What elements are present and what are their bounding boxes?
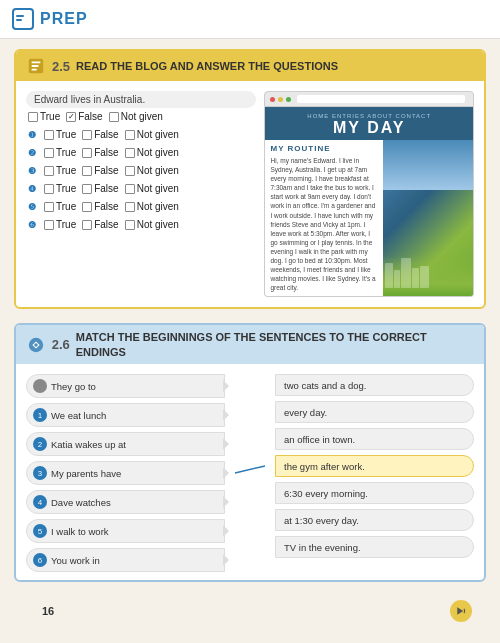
blog-text: Hi, my name's Edward. I live in Sydney, … <box>270 156 378 292</box>
match-text-1: We eat lunch <box>51 410 106 421</box>
matching-container: They go to 1 We eat lunch 2 Katia wakes … <box>26 374 474 572</box>
option-notgiven-0[interactable]: Not given <box>109 111 163 122</box>
browser-close-dot <box>270 97 275 102</box>
option-true-3[interactable]: True <box>44 165 76 176</box>
match-num-1: 1 <box>33 408 47 422</box>
section-26-header: 2.6 MATCH THE BEGINNINGS OF THE SENTENCE… <box>16 325 484 364</box>
svg-marker-10 <box>457 607 463 615</box>
match-right-text-3: the gym after work. <box>284 461 365 472</box>
match-num-2: 2 <box>33 437 47 451</box>
section-25-box: 2.5 READ THE BLOG AND ANSWER THE QUESTIO… <box>14 49 486 309</box>
option-notgiven-2[interactable]: Not given <box>125 147 179 158</box>
section-26-content: They go to 1 We eat lunch 2 Katia wakes … <box>16 364 484 580</box>
building-2 <box>394 270 400 288</box>
match-right-text-4: 6:30 every morning. <box>284 488 368 499</box>
match-left-2[interactable]: 2 Katia wakes up at <box>26 432 225 456</box>
browser-chrome <box>264 91 474 107</box>
option-false-1[interactable]: False <box>82 129 118 140</box>
connector-svg <box>235 374 265 421</box>
option-notgiven-6[interactable]: Not given <box>125 219 179 230</box>
option-false-5[interactable]: False <box>82 201 118 212</box>
option-false-2[interactable]: False <box>82 147 118 158</box>
checkbox-false-0[interactable] <box>66 112 76 122</box>
match-right-3[interactable]: the gym after work. <box>275 455 474 477</box>
match-num-4: 4 <box>33 495 47 509</box>
svg-rect-5 <box>32 65 39 67</box>
match-left-5[interactable]: 5 I walk to work <box>26 519 225 543</box>
book-icon <box>26 56 46 76</box>
svg-rect-0 <box>13 9 33 29</box>
svg-rect-6 <box>32 69 37 71</box>
matching-area: They go to 1 We eat lunch 2 Katia wakes … <box>26 374 474 572</box>
quiz-panel: Edward lives in Australia. True False <box>26 91 256 297</box>
blog-title: MY DAY <box>269 119 469 137</box>
section-26-num: 2.6 <box>52 337 70 352</box>
match-left-0[interactable]: They go to <box>26 374 225 398</box>
option-notgiven-5[interactable]: Not given <box>125 201 179 212</box>
option-false-3[interactable]: False <box>82 165 118 176</box>
option-false-6[interactable]: False <box>82 219 118 230</box>
quiz-options-2: ❷ True False Not given <box>26 147 256 158</box>
match-right-1[interactable]: every day. <box>275 401 474 423</box>
blog-sky <box>383 140 473 190</box>
option-true-2[interactable]: True <box>44 147 76 158</box>
match-right-text-6: TV in the evening. <box>284 542 361 553</box>
svg-rect-2 <box>16 19 22 21</box>
option-notgiven-3[interactable]: Not given <box>125 165 179 176</box>
match-right-text-1: every day. <box>284 407 327 418</box>
blog-image <box>383 140 473 296</box>
match-num-0 <box>33 379 47 393</box>
footer-row: 16 <box>14 596 486 626</box>
puzzle-icon <box>26 335 46 355</box>
quiz-sentence-0: Edward lives in Australia. <box>26 91 256 108</box>
match-right-6[interactable]: TV in the evening. <box>275 536 474 558</box>
option-true-1[interactable]: True <box>44 129 76 140</box>
building-1 <box>385 263 393 288</box>
option-true-0[interactable]: True <box>28 111 60 122</box>
option-label: False <box>78 111 102 122</box>
browser-max-dot <box>286 97 291 102</box>
option-label: Not given <box>121 111 163 122</box>
option-false-0[interactable]: False <box>66 111 102 122</box>
section-25-content: Edward lives in Australia. True False <box>16 81 484 307</box>
match-left-6[interactable]: 6 You work in <box>26 548 225 572</box>
option-false-4[interactable]: False <box>82 183 118 194</box>
blog-header: HOME ENTRIES ABOUT CONTACT MY DAY <box>265 107 473 140</box>
blog-subtitle: MY ROUTINE <box>270 144 378 153</box>
checkbox-notgiven-0[interactable] <box>109 112 119 122</box>
match-right-5[interactable]: at 1:30 every day. <box>275 509 474 531</box>
app-header: PREP <box>0 0 500 39</box>
quiz-options-0: True False Not given <box>26 111 256 122</box>
match-right-2[interactable]: an office in town. <box>275 428 474 450</box>
match-left-3[interactable]: 3 My parents have <box>26 461 225 485</box>
quiz-num-3: ❸ <box>28 166 36 176</box>
checkbox-true-0[interactable] <box>28 112 38 122</box>
audio-button[interactable] <box>450 600 472 622</box>
section-25-title: READ THE BLOG AND ANSWER THE QUESTIONS <box>76 59 338 73</box>
match-right-text-0: two cats and a dog. <box>284 380 366 391</box>
quiz-options-1: ❶ True False Not given <box>26 129 256 140</box>
match-text-4: Dave watches <box>51 497 111 508</box>
match-right-4[interactable]: 6:30 every morning. <box>275 482 474 504</box>
match-right-0[interactable]: two cats and a dog. <box>275 374 474 396</box>
match-text-5: I walk to work <box>51 526 109 537</box>
option-true-6[interactable]: True <box>44 219 76 230</box>
section-26-title: MATCH THE BEGINNINGS OF THE SENTENCES TO… <box>76 330 474 359</box>
option-notgiven-4[interactable]: Not given <box>125 183 179 194</box>
quiz-item-2: ❷ True False Not given <box>26 147 256 158</box>
match-right-text-5: at 1:30 every day. <box>284 515 359 526</box>
blog-buildings <box>385 258 471 288</box>
browser-min-dot <box>278 97 283 102</box>
quiz-item-4: ❹ True False Not given <box>26 183 256 194</box>
blog-content-area: MY ROUTINE Hi, my name's Edward. I live … <box>265 140 473 296</box>
option-true-5[interactable]: True <box>44 201 76 212</box>
blog-body: HOME ENTRIES ABOUT CONTACT MY DAY MY ROU… <box>264 107 474 297</box>
match-left-1[interactable]: 1 We eat lunch <box>26 403 225 427</box>
svg-rect-1 <box>16 15 24 17</box>
match-left-4[interactable]: 4 Dave watches <box>26 490 225 514</box>
match-text-0: They go to <box>51 381 96 392</box>
option-notgiven-1[interactable]: Not given <box>125 129 179 140</box>
match-right-text-2: an office in town. <box>284 434 355 445</box>
option-true-4[interactable]: True <box>44 183 76 194</box>
svg-point-8 <box>34 343 38 347</box>
